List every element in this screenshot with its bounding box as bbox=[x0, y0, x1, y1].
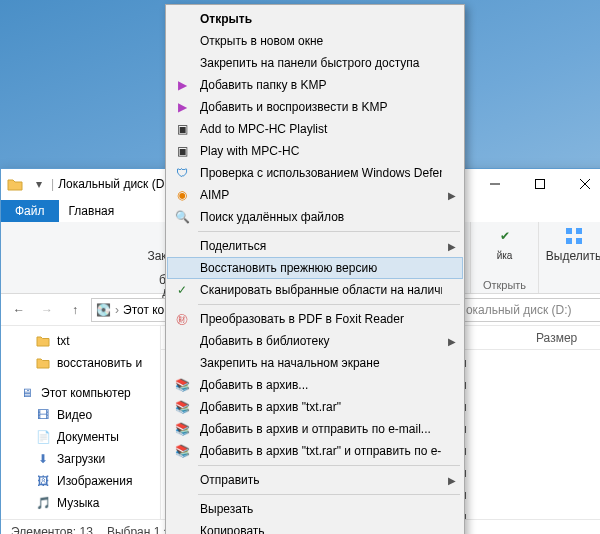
ctx-cut[interactable]: Вырезать bbox=[168, 498, 462, 520]
drive-icon: 💽 bbox=[96, 303, 111, 317]
ctx-arch-txt-mail[interactable]: 📚Добавить в архив "txt.rar" и отправить … bbox=[168, 440, 462, 462]
search-input[interactable]: Локальный диск (D:) bbox=[453, 298, 600, 322]
submenu-arrow-icon: ▶ bbox=[448, 190, 456, 201]
ribbon-open-mini: йка bbox=[497, 250, 513, 262]
folder-icon bbox=[7, 176, 23, 192]
pdf-icon: ㊖ bbox=[172, 310, 192, 328]
ctx-restore-previous[interactable]: Восстановить прежнюю версию bbox=[167, 257, 463, 279]
chevron-icon: › bbox=[115, 303, 119, 317]
mpc-icon: ▣ bbox=[172, 142, 192, 160]
svg-rect-1 bbox=[535, 180, 544, 189]
ctx-open-new[interactable]: Открыть в новом окне bbox=[168, 30, 462, 52]
ctx-share[interactable]: Поделиться▶ bbox=[168, 235, 462, 257]
search-icon: 🔍 bbox=[172, 208, 192, 226]
ctx-copy[interactable]: Копировать bbox=[168, 520, 462, 534]
virus-icon: ✓ bbox=[172, 281, 192, 299]
nav-up-button[interactable]: ↑ bbox=[63, 298, 87, 322]
pictures-icon: 🖼 bbox=[35, 474, 51, 488]
ctx-pin-quick[interactable]: Закрепить на панели быстрого доступа bbox=[168, 52, 462, 74]
dropdown-icon[interactable]: ▾ bbox=[31, 176, 47, 192]
aimp-icon: ◉ bbox=[172, 186, 192, 204]
svg-rect-6 bbox=[566, 238, 572, 244]
video-icon: 🎞 bbox=[35, 408, 51, 422]
nav-back-button[interactable]: ← bbox=[7, 298, 31, 322]
select-icon bbox=[562, 224, 586, 248]
nav-video[interactable]: 🎞Видео bbox=[1, 404, 160, 426]
nav-downloads[interactable]: ⬇Загрузки bbox=[1, 448, 160, 470]
ctx-send-to[interactable]: Отправить▶ bbox=[168, 469, 462, 491]
tab-home[interactable]: Главная bbox=[59, 200, 125, 222]
separator bbox=[198, 231, 460, 232]
nav-documents[interactable]: 📄Документы bbox=[1, 426, 160, 448]
maximize-button[interactable] bbox=[517, 170, 562, 199]
ctx-mpc-play[interactable]: ▣Play with MPC-HC bbox=[168, 140, 462, 162]
ctx-search-deleted[interactable]: 🔍Поиск удалённых файлов bbox=[168, 206, 462, 228]
ctx-kmp-add[interactable]: ▶Добавить папку в KMP bbox=[168, 74, 462, 96]
ctx-open[interactable]: Открыть bbox=[168, 8, 462, 30]
nav-txt[interactable]: txt bbox=[1, 330, 160, 352]
kmp-icon: ▶ bbox=[172, 98, 192, 116]
tab-file[interactable]: Файл bbox=[1, 200, 59, 222]
ctx-arch-add[interactable]: 📚Добавить в архив... bbox=[168, 374, 462, 396]
mpc-icon: ▣ bbox=[172, 120, 192, 138]
minimize-button[interactable] bbox=[472, 170, 517, 199]
ctx-mpc-add[interactable]: ▣Add to MPC-HC Playlist bbox=[168, 118, 462, 140]
ctx-arch-txt[interactable]: 📚Добавить в архив "txt.rar" bbox=[168, 396, 462, 418]
svg-rect-4 bbox=[566, 228, 572, 234]
ctx-defender[interactable]: 🛡Проверка с использованием Windows Defen… bbox=[168, 162, 462, 184]
folder-icon bbox=[35, 357, 51, 369]
svg-rect-7 bbox=[576, 238, 582, 244]
svg-rect-5 bbox=[576, 228, 582, 234]
submenu-arrow-icon: ▶ bbox=[448, 241, 456, 252]
music-icon: 🎵 bbox=[35, 496, 51, 510]
ctx-foxit[interactable]: ㊖Преобразовать в PDF в Foxit Reader bbox=[168, 308, 462, 330]
ctx-kmp-play[interactable]: ▶Добавить и воспроизвести в KMP bbox=[168, 96, 462, 118]
ctx-arch-mail[interactable]: 📚Добавить в архив и отправить по e-mail.… bbox=[168, 418, 462, 440]
shield-icon: 🛡 bbox=[172, 164, 192, 182]
submenu-arrow-icon: ▶ bbox=[448, 475, 456, 486]
rar-icon: 📚 bbox=[172, 420, 192, 438]
ribbon-select-button[interactable]: Выделить bbox=[548, 224, 600, 262]
doc-icon: 📄 bbox=[35, 430, 51, 444]
separator bbox=[198, 304, 460, 305]
pc-icon: 🖥 bbox=[19, 386, 35, 400]
ribbon-open-button[interactable]: ✔ йка bbox=[486, 224, 524, 262]
separator bbox=[198, 494, 460, 495]
folder-icon bbox=[35, 335, 51, 347]
col-size[interactable]: Размер bbox=[536, 331, 600, 345]
status-count: Элементов: 13 bbox=[11, 525, 93, 535]
separator bbox=[198, 465, 460, 466]
rar-icon: 📚 bbox=[172, 442, 192, 460]
ribbon-select-label: Выделить bbox=[546, 250, 600, 262]
context-menu: Открыть Открыть в новом окне Закрепить н… bbox=[165, 4, 465, 534]
nav-this-pc[interactable]: 🖥Этот компьютер bbox=[1, 382, 160, 404]
nav-restore[interactable]: восстановить и bbox=[1, 352, 160, 374]
ctx-start-pin[interactable]: Закрепить на начальном экране bbox=[168, 352, 462, 374]
ctx-scan-virus[interactable]: ✓Сканировать выбранные области на наличи… bbox=[168, 279, 462, 301]
nav-fwd-button[interactable]: → bbox=[35, 298, 59, 322]
close-button[interactable] bbox=[562, 170, 600, 199]
rar-icon: 📚 bbox=[172, 398, 192, 416]
search-ph: Локальный диск (D:) bbox=[458, 303, 572, 317]
submenu-arrow-icon: ▶ bbox=[448, 336, 456, 347]
ctx-library[interactable]: Добавить в библиотеку▶ bbox=[168, 330, 462, 352]
nav-pictures[interactable]: 🖼Изображения bbox=[1, 470, 160, 492]
nav-music[interactable]: 🎵Музыка bbox=[1, 492, 160, 514]
download-icon: ⬇ bbox=[35, 452, 51, 466]
ribbon-group-open: Открыть bbox=[483, 279, 526, 293]
ctx-aimp[interactable]: ◉AIMP▶ bbox=[168, 184, 462, 206]
rar-icon: 📚 bbox=[172, 376, 192, 394]
checkmark-icon: ✔ bbox=[493, 224, 517, 248]
kmp-icon: ▶ bbox=[172, 76, 192, 94]
nav-pane: txt восстановить и 🖥Этот компьютер 🎞Виде… bbox=[1, 326, 161, 519]
